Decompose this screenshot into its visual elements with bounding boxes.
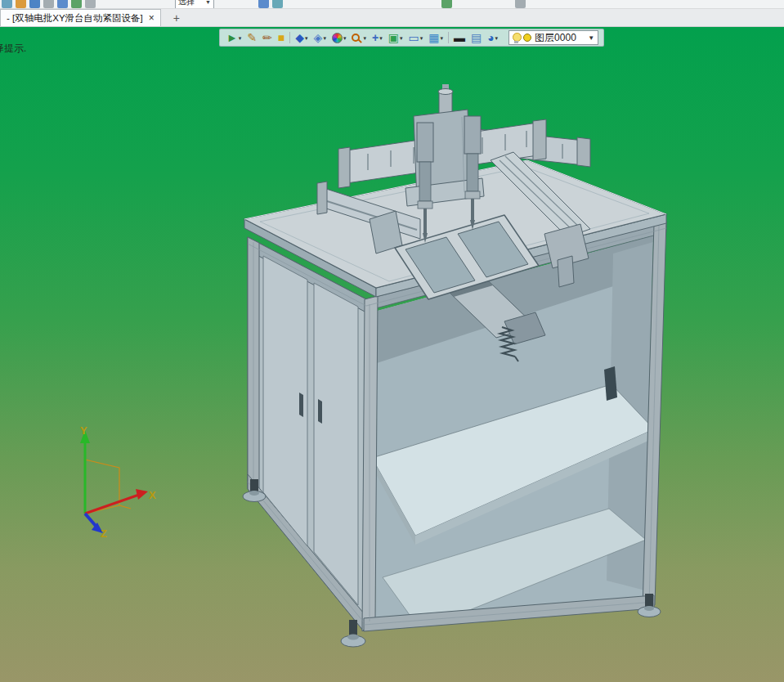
panel-tool-icon[interactable]: ▤ [469,31,483,44]
cabinet-interior [372,236,654,630]
clipped-toolbar-icon[interactable] [71,0,82,8]
beam-y-right[interactable] [478,129,590,167]
clipped-toolbar-icon[interactable] [272,0,283,8]
machine-scene-svg: Y X Z [0,27,784,682]
cabinet-door-right[interactable] [314,283,358,605]
pen-tool-icon[interactable]: ✎ [245,31,258,44]
app-window: 选择 ▼ - [双轴电批XY滑台自动紧固设备] × + [0,0,784,682]
clipped-toolbar-icon[interactable] [515,0,526,8]
color-wheel-tool-icon[interactable]: ▾ [330,32,348,44]
magnifier-icon [352,34,360,42]
chevron-down-icon: ▾ [440,35,443,41]
x-axis-arrow [85,495,139,514]
cabinet-front-frame[interactable] [362,221,666,631]
document-tab[interactable]: - [双轴电批XY滑台自动紧固设备] × [0,9,161,26]
spindle-left[interactable] [417,123,433,243]
clipped-toolbar-icon[interactable] [2,0,12,8]
spindle-right-bit [470,220,475,230]
layer-selector[interactable]: 图层0000 ▼ [508,30,598,45]
z-axis-label: Z [101,527,107,540]
shaded-cube-tool-icon[interactable]: ◈ ▾ [312,31,328,44]
chevron-down-icon: ▾ [379,35,383,41]
chevron-down-icon: ▾ [495,35,499,41]
rail-y-left[interactable] [317,182,420,254]
chevron-down-icon: ▼ [205,0,211,5]
spindle-right[interactable] [464,116,481,230]
viewport-3d[interactable]: Y X Z 择提示. ► ▾ ✎ ✏ ■ ◆ ▾ [0,27,784,682]
x-axis-arrowhead [136,489,148,500]
spring [500,327,515,357]
move-tool-icon[interactable]: + ▾ [370,31,384,44]
chevron-down-icon: ▾ [400,35,403,41]
tool-tray[interactable] [395,215,539,299]
spindle-left-bit [423,233,428,243]
color-wheel-icon [332,33,343,43]
visibility-tool-icon[interactable]: ◕ ▾ [486,31,500,44]
clipped-toolbar-icon[interactable] [85,0,96,8]
y-axis-arrowhead [80,430,90,443]
z-carriage[interactable] [405,84,484,206]
xy-gantry[interactable] [317,84,590,361]
chevron-down-icon: ▾ [343,35,347,41]
interior-floor [383,509,646,630]
z-axis-arrow [85,514,96,526]
clipped-toolbar-icon[interactable] [43,0,54,8]
machine-model-3d[interactable] [243,84,666,647]
display-mode-tool-icon[interactable]: ▦ ▾ [427,31,445,44]
clipped-toolbar-icon[interactable] [16,0,26,8]
top-toolbar-strip: 选择 ▼ [0,0,784,9]
fit-view-tool-icon[interactable]: ▣ ▾ [387,31,405,44]
chevron-down-icon: ▾ [305,35,308,41]
bulb-icon [513,33,520,43]
clipped-toolbar-icon[interactable] [258,0,269,8]
toolbar-separator [289,32,290,43]
document-tab-bar: - [双轴电批XY滑台自动紧固设备] × + [0,9,784,27]
rail-y-right[interactable] [491,152,590,287]
chevron-down-icon: ▾ [323,35,326,41]
zoom-tool-icon[interactable]: ▾ [350,33,368,43]
solid-box-tool-icon[interactable]: ■ [276,31,286,44]
door-sensor [604,366,617,401]
clipped-toolbar-icon[interactable] [57,0,68,8]
tabletop[interactable] [244,160,666,297]
chevron-down-icon: ▾ [420,35,423,41]
clipped-toolbar-icon[interactable] [29,0,40,8]
z-axis-arrowhead [92,523,103,533]
orientation-triad: Y X Z [80,424,156,540]
selection-filter-combo[interactable]: 选择 ▼ [175,0,214,9]
hint-text: 择提示. [0,42,26,56]
clipped-toolbar-icon[interactable] [441,0,452,8]
cube-tool-icon[interactable]: ◆ ▾ [293,31,309,44]
foot-right [638,594,661,617]
foot-front [341,620,365,647]
select-tool-icon[interactable]: ► ▾ [225,31,243,44]
interior-shelf [372,384,654,536]
toolbar-separator [448,32,449,43]
y-axis-label: Y [80,424,87,437]
layer-color-swatch [523,34,531,42]
frame-detail-lines [248,226,666,625]
leveling-feet [243,479,661,647]
chevron-down-icon: ▾ [363,35,366,41]
chevron-down-icon: ▼ [588,34,594,42]
new-tab-button[interactable]: + [168,9,186,26]
floating-toolbar: ► ▾ ✎ ✏ ■ ◆ ▾ ◈ ▾ ▾ [219,29,604,47]
cabinet-door-left[interactable] [263,256,307,546]
frame-view-tool-icon[interactable]: ▭ ▾ [406,31,424,44]
z-cylinder [439,92,452,139]
layer-name: 图层0000 [535,31,576,45]
cabinet-left-face[interactable] [248,237,366,631]
door-handle-left[interactable] [299,393,303,417]
foot-left [243,479,266,502]
document-tab-title: - [双轴电批XY滑台自动紧固设备] [7,12,143,25]
beam-x-top[interactable] [338,119,546,188]
selection-filter-label: 选择 [178,0,195,7]
slide-unit[interactable] [449,280,545,361]
x-axis-label: X [149,489,156,501]
tab-close-icon[interactable]: × [149,13,155,23]
line-width-tool-icon[interactable]: ▬ [452,31,467,44]
brush-tool-icon[interactable]: ✏ [261,31,274,44]
door-handle-right[interactable] [318,399,322,424]
chevron-down-icon: ▾ [239,35,242,41]
triad-wireframe-box [85,460,131,514]
